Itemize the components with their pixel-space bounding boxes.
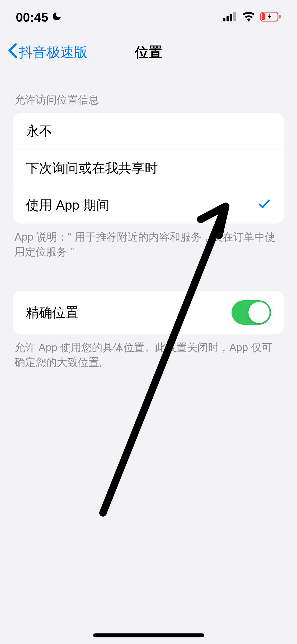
battery-icon <box>260 12 281 23</box>
nav-title: 位置 <box>135 43 162 62</box>
status-right <box>223 12 281 23</box>
option-ask-next-time[interactable]: 下次询问或在我共享时 <box>13 150 284 187</box>
toggle-knob <box>248 302 270 323</box>
option-never[interactable]: 永不 <box>13 113 284 150</box>
option-while-using-label: 使用 App 期间 <box>26 196 110 214</box>
back-label: 抖音极速版 <box>19 43 88 62</box>
cellular-icon <box>223 12 237 22</box>
status-bar: 00:45 <box>0 0 297 34</box>
chevron-left-icon <box>8 43 17 61</box>
svg-rect-1 <box>227 16 229 21</box>
location-section-header: 允许访问位置信息 <box>0 93 297 113</box>
back-button[interactable]: 抖音极速版 <box>8 43 88 62</box>
precise-location-row[interactable]: 精确位置 <box>13 291 284 334</box>
svg-rect-5 <box>262 13 265 20</box>
svg-rect-6 <box>279 15 281 19</box>
option-ask-label: 下次询问或在我共享时 <box>26 159 158 177</box>
svg-rect-0 <box>223 18 225 21</box>
svg-rect-3 <box>233 12 236 21</box>
content: 允许访问位置信息 永不 下次询问或在我共享时 使用 App 期间 App 说明：… <box>0 70 297 370</box>
nav-bar: 抖音极速版 位置 <box>0 34 297 70</box>
option-never-label: 永不 <box>26 122 52 140</box>
option-while-using-app[interactable]: 使用 App 期间 <box>13 187 284 224</box>
precise-location-toggle[interactable] <box>232 300 271 325</box>
precise-location-group: 精确位置 <box>13 291 284 334</box>
status-time: 00:45 <box>16 10 48 25</box>
svg-rect-2 <box>230 14 232 21</box>
status-left: 00:45 <box>16 10 62 25</box>
location-section-footer: App 说明：" 用于推荐附近的内容和服务，及在订单中使用定位服务 " <box>0 224 297 259</box>
precise-section-footer: 允许 App 使用您的具体位置。此设置关闭时，App 仅可确定您的大致位置。 <box>0 334 297 370</box>
precise-location-label: 精确位置 <box>26 304 79 321</box>
home-indicator[interactable] <box>93 633 204 637</box>
checkmark-icon <box>257 197 271 214</box>
location-options-group: 永不 下次询问或在我共享时 使用 App 期间 <box>13 113 284 224</box>
wifi-icon <box>242 12 255 23</box>
moon-icon <box>51 10 62 25</box>
